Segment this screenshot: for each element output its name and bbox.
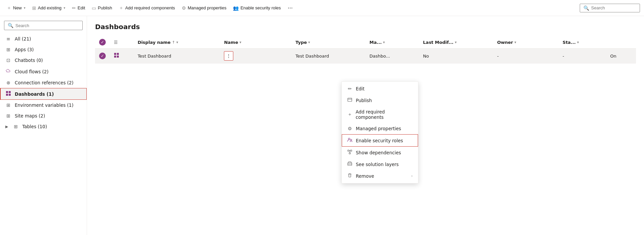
context-managed-properties-icon: ⚙ <box>347 126 352 131</box>
sidebar-item-connection-references-label: Connection references (2) <box>15 80 74 85</box>
environment-variables-icon: ⊞ <box>5 102 11 108</box>
row-checkbox[interactable]: ✓ <box>95 49 110 64</box>
context-menu-add-required[interactable]: ＋ Add required components <box>342 106 418 123</box>
col-header-type[interactable]: Type ▾ <box>292 36 366 49</box>
col-header-display-name[interactable]: Display name ↑ ▾ <box>134 36 220 49</box>
sidebar-item-environment-variables[interactable]: ⊞ Environment variables (1) <box>0 100 87 110</box>
row-last-modified: - <box>493 49 559 64</box>
sidebar-search-icon: 🔍 <box>8 23 13 28</box>
display-name-sort-toggle-icon[interactable]: ▾ <box>176 40 178 45</box>
row-context-menu-trigger[interactable]: ⋮ <box>224 51 233 61</box>
context-show-dependencies-label: Show dependencies <box>356 150 401 155</box>
status-sort-icon[interactable]: ▾ <box>577 40 579 45</box>
context-add-required-label: Add required components <box>356 109 413 120</box>
managed-col-label: Ma... <box>370 40 382 45</box>
row-check-icon: ✓ <box>99 53 106 59</box>
page-title: Dashboards <box>95 23 636 31</box>
col-header-last-modified[interactable]: Last Modif... ▾ <box>419 36 493 49</box>
col-header-managed[interactable]: Ma... ▾ <box>366 36 419 49</box>
connection-references-icon: ⊗ <box>5 80 11 85</box>
owner-sort-icon[interactable]: ▾ <box>514 40 516 45</box>
context-menu: ✏ Edit Publish ＋ Add required components… <box>341 81 418 183</box>
add-existing-label: Add existing <box>38 5 62 10</box>
name-sort-icon[interactable]: ▾ <box>239 40 241 45</box>
sidebar-item-site-maps[interactable]: ⊞ Site maps (2) <box>0 110 87 121</box>
sidebar-item-connection-references[interactable]: ⊗ Connection references (2) <box>0 77 87 88</box>
sidebar-item-tables[interactable]: ▶ ⊞ Tables (10) <box>0 121 87 132</box>
dashboards-icon <box>5 91 11 97</box>
context-publish-icon <box>347 97 352 103</box>
svg-rect-0 <box>6 91 8 93</box>
type-sort-icon[interactable]: ▾ <box>308 40 310 45</box>
sidebar-item-site-maps-label: Site maps (2) <box>15 113 45 119</box>
name-col-label: Name <box>224 40 238 45</box>
context-menu-managed-properties[interactable]: ⚙ Managed properties <box>342 123 418 134</box>
publish-icon: ▭ <box>92 5 96 11</box>
context-menu-edit[interactable]: ✏ Edit <box>342 83 418 94</box>
context-menu-publish[interactable]: Publish <box>342 94 418 106</box>
name-value: Test Dashboard <box>296 54 329 59</box>
context-menu-see-solution-layers[interactable]: See solution layers <box>342 158 418 170</box>
context-managed-properties-label: Managed properties <box>356 126 401 131</box>
add-required-button[interactable]: ＋ Add required components <box>116 3 178 13</box>
select-all-checkbox[interactable]: ✓ <box>99 39 106 46</box>
col-header-check[interactable]: ✓ <box>95 36 110 49</box>
row-type: Dashbo... <box>366 49 419 64</box>
sidebar-item-chatbots-label: Chatbots (0) <box>15 58 43 63</box>
status-col-label: Sta... <box>563 40 576 45</box>
svg-rect-3 <box>9 94 11 96</box>
toolbar-search[interactable]: 🔍 <box>580 4 640 12</box>
col-header-owner[interactable]: Owner ▾ <box>493 36 559 49</box>
row-context-menu-cell[interactable]: ⋮ <box>220 49 291 64</box>
context-menu-enable-security[interactable]: Enable security roles <box>342 134 418 147</box>
svg-point-10 <box>348 138 350 140</box>
col-header-name[interactable]: Name ▾ <box>220 36 291 49</box>
new-button[interactable]: ＋ New ▾ <box>4 3 28 13</box>
row-managed: No <box>419 49 493 64</box>
dashboards-table: ✓ ☰ Display name ↑ ▾ Name <box>95 36 636 64</box>
publish-button[interactable]: ▭ Publish <box>89 3 115 13</box>
svg-rect-7 <box>117 56 119 58</box>
context-see-solution-layers-icon <box>347 161 352 167</box>
sidebar-item-cloud-flows[interactable]: Cloud flows (2) <box>0 66 87 77</box>
sidebar-item-dashboards[interactable]: Dashboards (1) <box>0 88 87 100</box>
layout: 🔍 ≡ All (21) ⊞ Apps (3) ⊡ Chatbots (0) C… <box>0 16 644 235</box>
col-header-status[interactable]: Sta... ▾ <box>559 36 606 49</box>
sidebar-search-input[interactable] <box>15 23 79 28</box>
context-see-solution-layers-label: See solution layers <box>356 162 399 167</box>
row-display-name: Test Dashboard <box>134 49 220 64</box>
chatbots-icon: ⊡ <box>5 58 11 63</box>
context-remove-submenu-icon: › <box>411 174 413 178</box>
table-row[interactable]: ✓ Test Dashboard <box>95 49 636 64</box>
edit-icon: ✏ <box>72 5 76 11</box>
managed-properties-label: Managed properties <box>188 5 227 10</box>
dashboard-row-icon <box>114 53 119 59</box>
sidebar-item-apps[interactable]: ⊞ Apps (3) <box>0 44 87 55</box>
more-icon: ··· <box>288 4 293 11</box>
sidebar-item-chatbots[interactable]: ⊡ Chatbots (0) <box>0 55 87 66</box>
display-name-value: Test Dashboard <box>138 54 171 59</box>
display-name-col-label: Display name <box>138 40 171 45</box>
context-add-required-icon: ＋ <box>347 111 352 118</box>
context-menu-show-dependencies[interactable]: Show dependencies <box>342 147 418 158</box>
edit-button[interactable]: ✏ Edit <box>69 3 88 13</box>
sidebar-item-environment-variables-label: Environment variables (1) <box>15 102 73 108</box>
context-edit-icon: ✏ <box>347 86 352 91</box>
managed-properties-button[interactable]: ⚙ Managed properties <box>179 3 229 13</box>
context-enable-security-label: Enable security roles <box>356 138 403 143</box>
add-required-label: Add required components <box>125 5 175 10</box>
managed-sort-icon[interactable]: ▾ <box>383 40 385 45</box>
enable-security-button[interactable]: 👥 Enable security roles <box>230 3 284 13</box>
sidebar-item-all[interactable]: ≡ All (21) <box>0 33 87 44</box>
sidebar-search-container[interactable]: 🔍 <box>4 21 83 30</box>
context-show-dependencies-icon <box>347 150 352 155</box>
last-modified-sort-icon[interactable]: ▾ <box>455 40 457 45</box>
toolbar-search-input[interactable] <box>591 5 636 10</box>
context-menu-remove[interactable]: Remove › <box>342 170 418 182</box>
more-actions-button[interactable]: ··· <box>285 3 296 13</box>
add-existing-button[interactable]: ⊞ Add existing ▾ <box>29 3 68 13</box>
tables-icon: ⊞ <box>13 124 19 129</box>
plus-icon: ＋ <box>7 5 11 11</box>
owner-col-label: Owner <box>497 40 513 45</box>
svg-rect-5 <box>117 53 119 55</box>
